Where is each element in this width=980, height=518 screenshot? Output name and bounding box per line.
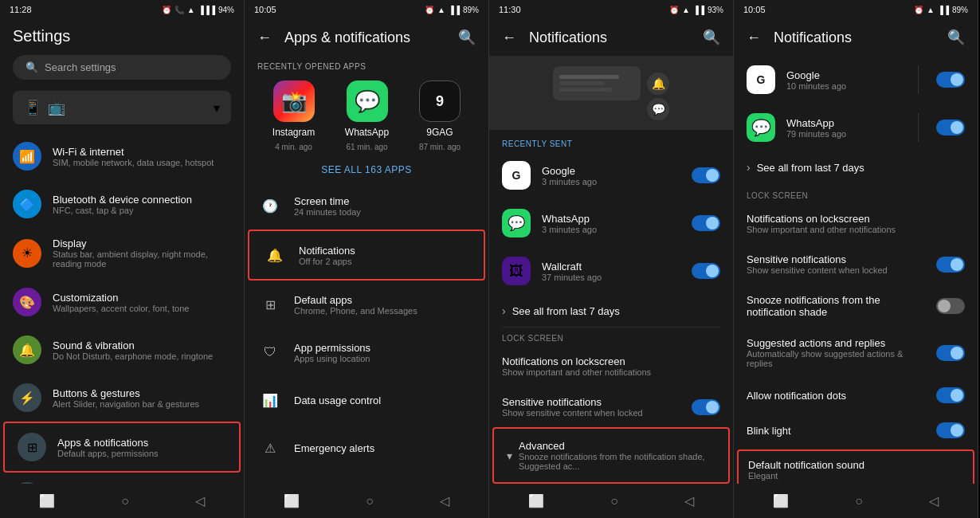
menu-app-permissions[interactable]: 🛡 App permissions Apps using location — [245, 328, 488, 376]
settings-item-display[interactable]: ☀ Display Status bar, ambient display, n… — [0, 228, 244, 278]
see-all-apps-button[interactable]: SEE ALL 163 APPS — [245, 158, 488, 182]
alarm-icon: ⏰ — [425, 6, 434, 14]
notif-lockscreen4-row[interactable]: Notifications on lockscreen Show importa… — [734, 203, 978, 244]
sound-text: Sound & vibration Do Not Disturb, earpho… — [53, 339, 213, 361]
nav-triangle[interactable]: ◁ — [916, 490, 951, 512]
battery4-icon: 89% — [952, 6, 968, 14]
settings-item-wifi[interactable]: 📶 Wi-Fi & internet SIM, mobile network, … — [0, 132, 244, 180]
snooze4-toggle[interactable] — [936, 298, 965, 314]
recent-app-9gag[interactable]: 9 9GAG 87 min. ago — [419, 80, 461, 151]
panel3-whatsapp-row[interactable]: 💬 WhatsApp 3 minutes ago — [489, 199, 733, 247]
panel4-status-icons: ⏰ ▲ ▐▐ 89% — [914, 6, 968, 14]
default-sound-text: Default notification sound Elegant — [748, 459, 963, 481]
wifi2-icon: ▐▐ — [449, 6, 460, 14]
suggested4-toggle[interactable] — [936, 345, 965, 361]
search-icon: 🔍 — [25, 61, 38, 73]
battery-icon: 94% — [218, 6, 234, 14]
display-icon: ☀ — [13, 239, 41, 268]
nav-circle[interactable]: ○ — [842, 491, 876, 512]
panel2-nav-bar: ⬜ ○ ◁ — [245, 484, 488, 518]
panel4-whatsapp-row[interactable]: 💬 WhatsApp 79 minutes ago — [734, 104, 978, 151]
settings-search[interactable]: 🔍 Search settings — [13, 55, 231, 80]
sensitive4-row[interactable]: Sensitive notifications Show sensitive c… — [734, 244, 978, 285]
menu-screen-time[interactable]: 🕐 Screen time 24 minutes today — [245, 182, 488, 230]
wifi-icon: 📶 — [13, 142, 41, 171]
nav-circle[interactable]: ○ — [108, 491, 142, 512]
wifi-text: Wi-Fi & internet SIM, mobile network, da… — [53, 146, 214, 167]
nav-square[interactable]: ⬜ — [515, 490, 557, 512]
panel3-notifications: 11:30 ⏰ ▲ ▐▐ 93% ← Notifications 🔍 🔔 — [489, 0, 734, 518]
google-toggle[interactable] — [692, 167, 720, 183]
menu-special-access[interactable]: ⊡ Special app access 1 app can use unres… — [245, 472, 488, 484]
nav-triangle[interactable]: ◁ — [427, 490, 462, 512]
wallcraft-icon: 🖼 — [502, 257, 531, 285]
menu-default-apps[interactable]: ⊞ Default apps Chrome, Phone, and Messag… — [245, 281, 488, 328]
display-text: Display Status bar, ambient display, nig… — [53, 237, 231, 269]
menu-emergency-alerts[interactable]: ⚠ Emergency alerts — [245, 424, 488, 472]
back4-icon[interactable]: ← — [747, 29, 761, 46]
sensitive-text: Sensitive notifications Show sensitive c… — [502, 396, 685, 418]
nav-triangle[interactable]: ◁ — [672, 490, 707, 512]
panel4-notifications: 10:05 ⏰ ▲ ▐▐ 89% ← Notifications 🔍 G Goo… — [734, 0, 978, 518]
panel4-status-bar: 10:05 ⏰ ▲ ▐▐ 89% — [734, 0, 978, 19]
wallcraft-toggle[interactable] — [692, 263, 720, 279]
suggested4-row[interactable]: Suggested actions and replies Automatica… — [734, 328, 978, 378]
settings-item-buttons[interactable]: ⚡ Buttons & gestures Alert Slider, navig… — [0, 374, 244, 422]
menu-data-usage[interactable]: 📊 Data usage control — [245, 376, 488, 424]
allow-dots4-row[interactable]: Allow notification dots — [734, 378, 978, 413]
advanced-row[interactable]: ▾ Advanced Snooze notifications from the… — [492, 427, 730, 484]
blink4-toggle[interactable] — [936, 422, 965, 438]
bluetooth-icon: 🔷 — [13, 190, 41, 218]
recent-app-instagram[interactable]: 📸 Instagram 4 min. ago — [272, 80, 315, 151]
nav-circle[interactable]: ○ — [353, 491, 386, 512]
signal-icon: ▐▐▐ — [198, 6, 215, 14]
see-all-7days-p4[interactable]: › See all from last 7 days — [734, 151, 978, 183]
see-all-7days-row[interactable]: › See all from last 7 days — [489, 295, 733, 327]
panel4-google-row[interactable]: G Google 10 minutes ago — [734, 56, 978, 104]
settings-title: Settings — [0, 19, 244, 52]
settings-item-sound[interactable]: 🔔 Sound & vibration Do Not Disturb, earp… — [0, 326, 244, 374]
allow-dots4-toggle[interactable] — [936, 387, 965, 403]
buttons-icon: ⚡ — [13, 383, 41, 412]
permissions-icon: 🛡 — [257, 339, 283, 365]
nav-triangle[interactable]: ◁ — [182, 490, 218, 512]
blink4-row[interactable]: Blink light — [734, 413, 978, 448]
google-icon: G — [502, 161, 531, 190]
nav-square[interactable]: ⬜ — [760, 490, 802, 512]
sensitive4-toggle[interactable] — [936, 257, 965, 273]
wifi4-icon: ▐▐ — [938, 6, 949, 14]
settings-item-apps[interactable]: ⊞ Apps & notifications Default apps, per… — [3, 422, 241, 473]
panel2-search-icon[interactable]: 🔍 — [458, 29, 476, 46]
apps-text: Apps & notifications Default apps, permi… — [57, 437, 159, 458]
recent-app-whatsapp[interactable]: 💬 WhatsApp 61 min. ago — [345, 80, 389, 151]
notif-lockscreen-row[interactable]: Notifications on lockscreen Show importa… — [489, 346, 733, 387]
panel4-search-icon[interactable]: 🔍 — [947, 29, 965, 46]
whatsapp4-toggle[interactable] — [936, 120, 965, 135]
settings-item-bluetooth[interactable]: 🔷 Bluetooth & device connection NFC, cas… — [0, 180, 244, 228]
panel3-wallcraft-row[interactable]: 🖼 Wallcraft 37 minutes ago — [489, 247, 733, 295]
snooze4-row[interactable]: Snooze notifications from the notificati… — [734, 285, 978, 328]
settings-item-security[interactable]: 🔒 Security & lock screen Fingerprint, Fa… — [0, 473, 244, 484]
default-apps-text: Default apps Chrome, Phone, and Messages — [294, 294, 417, 316]
whatsapp3-toggle[interactable] — [692, 215, 720, 231]
back-icon[interactable]: ← — [257, 29, 272, 46]
panel4-title: Notifications — [774, 29, 935, 46]
panel2-time: 10:05 — [254, 5, 276, 14]
panel3-search-icon[interactable]: 🔍 — [703, 29, 720, 46]
sensitive-toggle[interactable] — [692, 399, 720, 415]
chevron-down-icon[interactable]: ▾ — [214, 100, 220, 116]
sensitive-notif-row[interactable]: Sensitive notifications Show sensitive c… — [489, 387, 733, 427]
panel3-google-row[interactable]: G Google 3 minutes ago — [489, 151, 733, 199]
nav-square[interactable]: ⬜ — [271, 490, 312, 512]
menu-notifications[interactable]: 🔔 Notifications Off for 2 apps — [248, 230, 485, 281]
back3-icon[interactable]: ← — [502, 29, 516, 46]
settings-item-customization[interactable]: 🎨 Customization Wallpapers, accent color… — [0, 278, 244, 326]
google-info: Google 3 minutes ago — [542, 165, 680, 186]
default-sound-row[interactable]: Default notification sound Elegant — [737, 449, 974, 484]
whatsapp-icon: 💬 — [347, 80, 388, 122]
panel1-nav-bar: ⬜ ○ ◁ — [0, 484, 244, 518]
panel1-settings: 11:28 ⏰ 📞 ▲ ▐▐▐ 94% Settings 🔍 Search se… — [0, 0, 245, 518]
google4-toggle[interactable] — [936, 72, 965, 88]
nav-square[interactable]: ⬜ — [26, 490, 68, 512]
nav-circle[interactable]: ○ — [598, 491, 631, 512]
